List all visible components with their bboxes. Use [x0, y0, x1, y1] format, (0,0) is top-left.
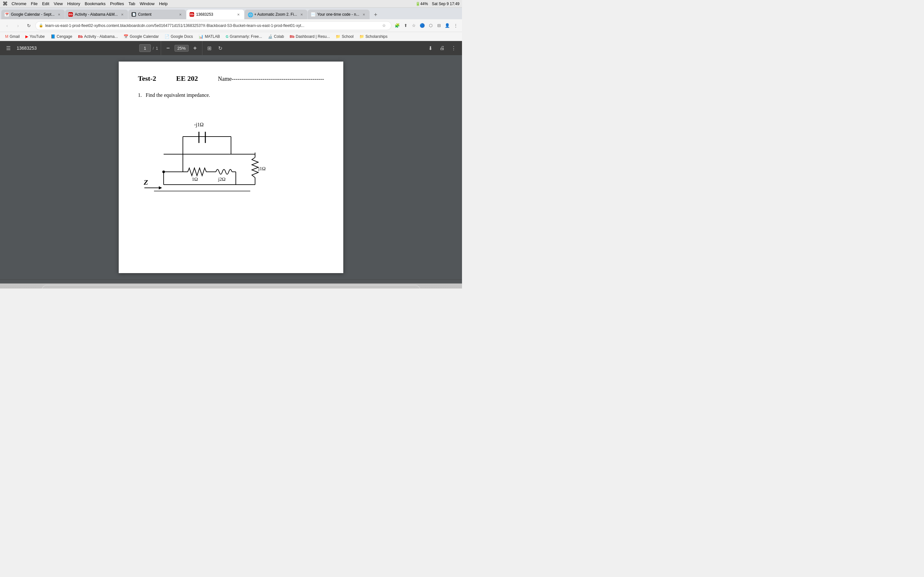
bm-scholarships[interactable]: 📁 Scholarships — [357, 34, 390, 39]
pdf-more[interactable]: ⋮ — [449, 44, 458, 53]
pdf-right-buttons: ⬇ 🖨 ⋮ — [426, 44, 458, 53]
pdf-download[interactable]: ⬇ — [426, 44, 435, 53]
menubar: ⌘ Chrome File Edit View History Bookmark… — [0, 0, 462, 8]
menu-tab[interactable]: Tab — [128, 1, 135, 6]
bm-gmail[interactable]: M Gmail — [3, 34, 22, 39]
bm-school-label: School — [342, 34, 354, 39]
circuit-diagram: Z -j1Ω — [144, 108, 324, 210]
problem-1: 1. Find the equivalent impedance. Z -j1Ω — [138, 92, 324, 210]
svg-text:-j1Ω: -j1Ω — [194, 122, 204, 127]
dock-area: 🗂 ⠿ ♪ SEP 9 9 🌐 📝 📋 — [0, 284, 462, 288]
menu-history[interactable]: History — [67, 1, 80, 6]
toolbar-icons: 🧩 ⬆ ☆ 🔵 ⬡ ⊟ 👤 ⋮ — [393, 22, 459, 29]
tab-close-autozoom[interactable]: ✕ — [299, 12, 304, 17]
bookmark-icon[interactable]: ☆ — [410, 22, 418, 29]
more-icon[interactable]: ⋮ — [452, 22, 459, 29]
pdf-zoom-out[interactable]: − — [164, 44, 173, 53]
reload-button[interactable]: ↻ — [24, 21, 33, 30]
tab-13683253[interactable]: Bb 13683253 ✕ — [186, 10, 244, 19]
tab-onetime[interactable]: ✉️ Your one-time code - n... ✕ — [308, 10, 370, 19]
pdf-page: Test-2 EE 202 Name----------------------… — [119, 61, 343, 273]
bm-activity-label: Activity - Alabama... — [84, 34, 118, 39]
tab-close-calendar[interactable]: ✕ — [57, 12, 61, 17]
profile-icon[interactable]: 👤 — [443, 22, 451, 29]
bm-cengage-label: Cengage — [57, 34, 73, 39]
bm-gdocs[interactable]: 📄 Google Docs — [162, 34, 195, 39]
forward-button[interactable]: › — [13, 21, 23, 30]
bm-gdocs-label: Google Docs — [171, 34, 193, 39]
tab-content[interactable]: 📄 Content ✕ — [128, 10, 186, 19]
chrome-ext2[interactable]: ⬡ — [427, 22, 435, 29]
pdf-page-separator: / — [153, 46, 154, 51]
pdf-page-control: / 1 − 25% + ⊞ ↻ — [139, 41, 225, 55]
lock-icon: 🔒 — [39, 23, 43, 27]
tab-close-onetime[interactable]: ✕ — [361, 12, 367, 17]
tabbar: 📅 Google Calendar - Sept... ✕ Bb Activit… — [0, 8, 462, 19]
tab-title-onetime: Your one-time code - n... — [317, 12, 359, 17]
bm-matlab-label: MATLAB — [205, 34, 220, 39]
problem-statement: Find the equivalent impedance. — [145, 92, 210, 98]
svg-text:j1Ω: j1Ω — [258, 166, 266, 171]
bm-colab[interactable]: 🔬 Colab — [265, 34, 286, 39]
bm-matlab[interactable]: 📊 MATLAB — [196, 34, 222, 39]
bm-gcal[interactable]: 📅 Google Calendar — [121, 34, 162, 39]
pdf-zoom-value[interactable]: 25% — [174, 45, 189, 52]
bm-youtube[interactable]: ▶ YouTube — [23, 34, 47, 39]
pdf-zoom-in[interactable]: + — [191, 44, 200, 53]
tab-favicon-autozoom: 🌐 — [248, 12, 252, 17]
pdf-fit-page[interactable]: ⊞ — [205, 44, 214, 53]
pdf-title: 13683253 — [17, 45, 37, 51]
star-icon[interactable]: ☆ — [380, 22, 388, 29]
bm-colab-label: Colab — [274, 34, 284, 39]
bm-grammarly[interactable]: G Grammarly: Free... — [223, 34, 265, 39]
tab-activity[interactable]: Bb Activity - Alabama A&M... ✕ — [65, 10, 128, 19]
menu-profiles[interactable]: Profiles — [110, 1, 124, 6]
pdf-separator1 — [161, 41, 161, 55]
tab-favicon-13683253: Bb — [190, 12, 194, 17]
pdf-toolbar: ☰ 13683253 / 1 − 25% + ⊞ ↻ ⬇ 🖨 ⋮ — [0, 41, 462, 55]
pdf-page-input[interactable] — [139, 44, 151, 52]
menubar-time: Sat Sep 9 17:49 — [432, 2, 459, 6]
address-url: learn-us-east-1-prod-fleet02-xythos.cont… — [45, 23, 378, 28]
test-course: EE 202 — [176, 74, 198, 83]
horizontal-scrollbar[interactable] — [0, 279, 462, 284]
bm-activity[interactable]: Bb Activity - Alabama... — [75, 34, 120, 39]
svg-text:Z: Z — [144, 178, 148, 186]
test-title: Test-2 — [138, 74, 156, 83]
menu-view[interactable]: View — [54, 1, 63, 6]
menu-window[interactable]: Window — [140, 1, 154, 6]
bm-dashboard-label: Dashboard | Resu... — [296, 34, 330, 39]
pdf-print[interactable]: 🖨 — [438, 44, 447, 53]
share-icon[interactable]: ⬆ — [402, 22, 409, 29]
svg-text:1Ω: 1Ω — [192, 177, 198, 182]
test-name: Name------------------------------------… — [218, 76, 324, 82]
tab-autozoom[interactable]: 🌐 + Automatic Zoom 2. Fi... ✕ — [244, 10, 307, 19]
tab-title-activity: Activity - Alabama A&M... — [75, 12, 118, 17]
sidebar-icon[interactable]: ⊟ — [435, 22, 443, 29]
bm-school[interactable]: 📁 School — [333, 34, 356, 39]
menu-edit[interactable]: Edit — [42, 1, 49, 6]
app-menu-chrome[interactable]: Chrome — [11, 1, 26, 6]
bm-youtube-label: YouTube — [29, 34, 45, 39]
tab-close-13683253[interactable]: ✕ — [236, 12, 241, 17]
tab-close-activity[interactable]: ✕ — [120, 12, 125, 17]
extensions-icon[interactable]: 🧩 — [393, 22, 401, 29]
apple-menu[interactable]: ⌘ — [3, 1, 8, 7]
bm-dashboard[interactable]: Bb Dashboard | Resu... — [287, 34, 333, 39]
pdf-rotate[interactable]: ↻ — [216, 44, 225, 53]
address-box[interactable]: 🔒 learn-us-east-1-prod-fleet02-xythos.co… — [35, 21, 391, 30]
pdf-menu-button[interactable]: ☰ — [4, 44, 13, 53]
back-button[interactable]: ‹ — [3, 21, 11, 30]
bm-cengage[interactable]: 📘 Cengage — [48, 34, 75, 39]
tab-title-autozoom: + Automatic Zoom 2. Fi... — [254, 12, 297, 17]
menu-help[interactable]: Help — [159, 1, 168, 6]
new-tab-button[interactable]: + — [371, 10, 380, 19]
chrome-ext1[interactable]: 🔵 — [418, 22, 426, 29]
menu-file[interactable]: File — [31, 1, 37, 6]
tab-favicon-onetime: ✉️ — [311, 12, 315, 17]
dock: 🗂 ⠿ ♪ SEP 9 9 🌐 📝 📋 — [42, 285, 420, 289]
menu-bookmarks[interactable]: Bookmarks — [85, 1, 105, 6]
pdf-content-area: Test-2 EE 202 Name----------------------… — [0, 55, 462, 279]
tab-calendar[interactable]: 📅 Google Calendar - Sept... ✕ — [1, 10, 65, 19]
tab-close-content[interactable]: ✕ — [178, 12, 183, 17]
